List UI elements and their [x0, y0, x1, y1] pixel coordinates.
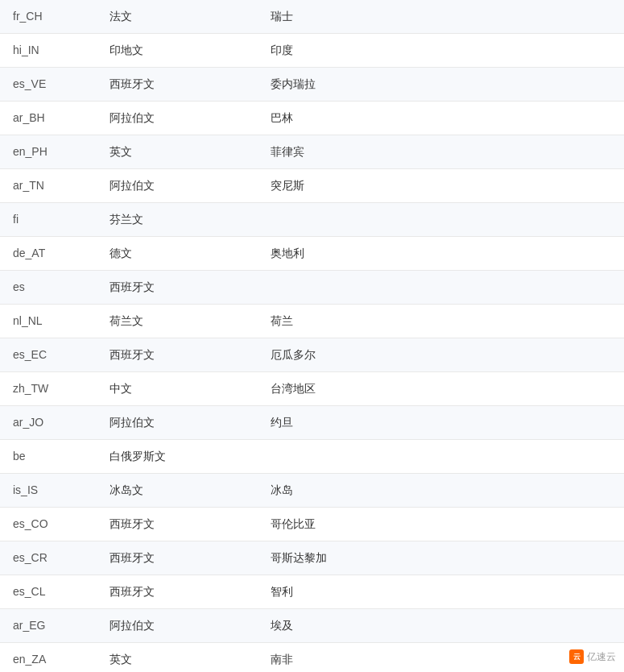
locale-language: 西班牙文 — [97, 338, 258, 372]
locale-code: en_PH — [0, 135, 97, 169]
locale-language: 英文 — [97, 643, 258, 673]
locale-code: es_CO — [0, 508, 97, 541]
locale-region: 瑞士 — [258, 0, 624, 34]
locale-language: 印地文 — [97, 34, 258, 68]
locale-code: nl_NL — [0, 305, 97, 338]
locale-code: be — [0, 440, 97, 474]
table-row: es_EC西班牙文厄瓜多尔 — [0, 338, 624, 372]
locale-region: 厄瓜多尔 — [258, 338, 624, 372]
locale-region: 智利 — [258, 575, 624, 609]
locale-code: de_AT — [0, 237, 97, 271]
locale-code: is_IS — [0, 474, 97, 508]
locale-code: ar_EG — [0, 609, 97, 643]
locale-language: 白俄罗斯文 — [97, 440, 258, 474]
locale-language: 阿拉伯文 — [97, 406, 258, 440]
locale-region: 荷兰 — [258, 305, 624, 338]
locale-region: 突尼斯 — [258, 169, 624, 203]
table-row: fi芬兰文 — [0, 203, 624, 237]
locale-region: 菲律宾 — [258, 135, 624, 169]
locale-language: 冰岛文 — [97, 474, 258, 508]
locale-code: es_CR — [0, 541, 97, 575]
watermark-icon: 云 — [569, 649, 584, 664]
locale-region: 哥伦比亚 — [258, 508, 624, 541]
locale-language: 芬兰文 — [97, 203, 258, 237]
locale-language: 德文 — [97, 237, 258, 271]
table-row: es_CL西班牙文智利 — [0, 575, 624, 609]
locale-region: 巴林 — [258, 102, 624, 135]
locale-language: 西班牙文 — [97, 68, 258, 102]
locale-region — [258, 271, 624, 305]
table-row: en_ZA英文南非 — [0, 643, 624, 673]
locale-code: es_EC — [0, 338, 97, 372]
locale-region — [258, 203, 624, 237]
locale-code: fr_CH — [0, 0, 97, 34]
locale-code: es_CL — [0, 575, 97, 609]
locale-region: 委内瑞拉 — [258, 68, 624, 102]
watermark-text: 亿速云 — [587, 650, 616, 664]
locale-language: 中文 — [97, 372, 258, 406]
locale-region: 哥斯达黎加 — [258, 541, 624, 575]
table-row: de_AT德文奥地利 — [0, 237, 624, 271]
locale-code: es_VE — [0, 68, 97, 102]
table-row: es_VE西班牙文委内瑞拉 — [0, 68, 624, 102]
table-row: en_PH英文菲律宾 — [0, 135, 624, 169]
locale-code: hi_IN — [0, 34, 97, 68]
locale-language: 阿拉伯文 — [97, 102, 258, 135]
table-row: nl_NL荷兰文荷兰 — [0, 305, 624, 338]
locale-code: es — [0, 271, 97, 305]
locale-code: zh_TW — [0, 372, 97, 406]
table-row: ar_BH阿拉伯文巴林 — [0, 102, 624, 135]
locale-region: 埃及 — [258, 609, 624, 643]
table-row: is_IS冰岛文冰岛 — [0, 474, 624, 508]
table-row: ar_EG阿拉伯文埃及 — [0, 609, 624, 643]
watermark: 云 亿速云 — [569, 649, 616, 664]
locale-region: 冰岛 — [258, 474, 624, 508]
locale-region: 印度 — [258, 34, 624, 68]
table-row: es_CR西班牙文哥斯达黎加 — [0, 541, 624, 575]
locale-language: 阿拉伯文 — [97, 609, 258, 643]
locale-region: 约旦 — [258, 406, 624, 440]
locale-code: ar_TN — [0, 169, 97, 203]
locale-language: 西班牙文 — [97, 508, 258, 541]
table-row: be白俄罗斯文 — [0, 440, 624, 474]
locale-language: 西班牙文 — [97, 575, 258, 609]
locale-code: ar_BH — [0, 102, 97, 135]
table-row: ar_TN阿拉伯文突尼斯 — [0, 169, 624, 203]
locale-region: 台湾地区 — [258, 372, 624, 406]
locale-language: 英文 — [97, 135, 258, 169]
locale-language: 法文 — [97, 0, 258, 34]
locale-language: 西班牙文 — [97, 271, 258, 305]
locale-region: 奥地利 — [258, 237, 624, 271]
locale-language: 西班牙文 — [97, 541, 258, 575]
locale-code: ar_JO — [0, 406, 97, 440]
table-row: ar_JO阿拉伯文约旦 — [0, 406, 624, 440]
locale-code: fi — [0, 203, 97, 237]
table-row: hi_IN印地文印度 — [0, 34, 624, 68]
table-row: es西班牙文 — [0, 271, 624, 305]
locale-language: 荷兰文 — [97, 305, 258, 338]
locale-code: en_ZA — [0, 643, 97, 673]
locale-table: fr_CH法文瑞士hi_IN印地文印度es_VE西班牙文委内瑞拉ar_BH阿拉伯… — [0, 0, 624, 672]
locale-language: 阿拉伯文 — [97, 169, 258, 203]
table-row: fr_CH法文瑞士 — [0, 0, 624, 34]
table-row: es_CO西班牙文哥伦比亚 — [0, 508, 624, 541]
locale-region — [258, 440, 624, 474]
table-row: zh_TW中文台湾地区 — [0, 372, 624, 406]
